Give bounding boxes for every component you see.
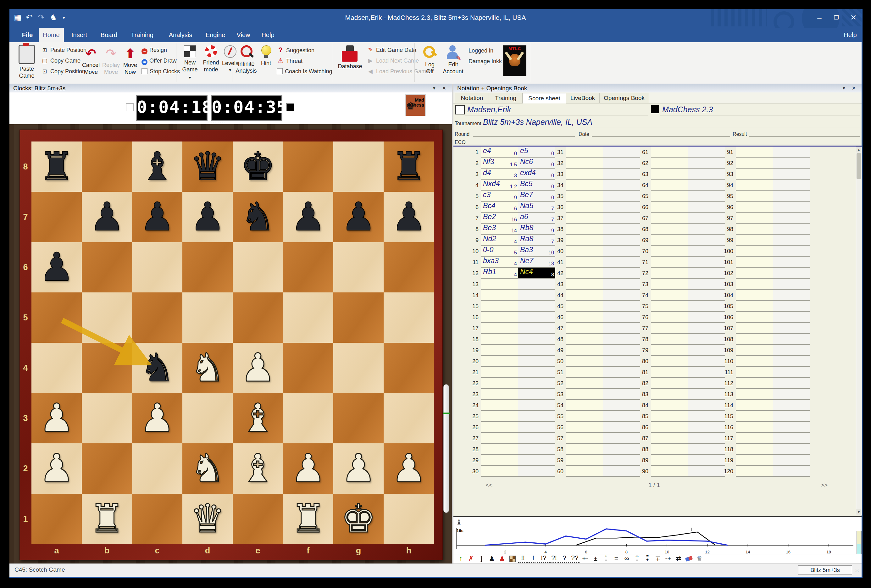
move-cell-29-white[interactable] xyxy=(481,455,518,466)
move-cell-115-white[interactable] xyxy=(736,411,773,422)
move-cell-17-white[interactable] xyxy=(481,323,518,334)
replay-move-button[interactable]: ↷ ReplayMove xyxy=(101,45,121,75)
move-cell-79-white[interactable] xyxy=(651,345,688,356)
move-cell-99-black[interactable] xyxy=(773,235,810,245)
nag-blunder[interactable]: ?? xyxy=(570,554,579,563)
minimize-button[interactable]: – xyxy=(812,11,827,24)
copy-position-button[interactable]: ⊡Copy Position xyxy=(41,67,85,76)
move-cell-89-white[interactable] xyxy=(651,455,688,466)
move-cell-52-white[interactable] xyxy=(566,378,603,389)
move-cell-71-white[interactable] xyxy=(651,257,688,268)
move-cell-81-white[interactable] xyxy=(651,367,688,378)
move-cell-49-white[interactable] xyxy=(566,345,603,356)
move-cell-83-white[interactable] xyxy=(651,389,688,399)
move-cell-93-black[interactable] xyxy=(773,169,810,180)
move-cell-109-white[interactable] xyxy=(736,345,773,356)
clocks-panel-collapse-icon[interactable]: ▼ xyxy=(432,84,436,93)
move-cell-25-white[interactable] xyxy=(481,411,518,422)
move-cell-101-black[interactable] xyxy=(773,257,810,268)
move-cell-92-white[interactable] xyxy=(736,157,773,169)
move-cell-86-white[interactable] xyxy=(651,422,688,433)
move-cell-114-white[interactable] xyxy=(736,399,773,411)
move-cell-6-white[interactable]: Bc46 xyxy=(481,202,518,212)
move-cell-114-black[interactable] xyxy=(773,399,810,411)
move-cell-120-black[interactable] xyxy=(773,466,810,477)
move-cell-39-white[interactable] xyxy=(566,235,603,245)
notation-panel-collapse-icon[interactable]: ▼ xyxy=(842,84,846,93)
nag-mistake[interactable]: ? xyxy=(560,554,569,563)
move-cell-2-white[interactable]: Nf31.5 xyxy=(481,157,518,169)
move-cell-7-white[interactable]: Be216 xyxy=(481,212,518,224)
move-cell-5-white[interactable]: c39 xyxy=(481,190,518,202)
move-cell-77-white[interactable] xyxy=(651,323,688,334)
friend-mode-button[interactable]: Friendmode xyxy=(201,45,221,73)
move-cell-40-white[interactable] xyxy=(566,245,603,257)
move-cell-30-white[interactable] xyxy=(481,466,518,477)
move-cell-107-black[interactable] xyxy=(773,323,810,334)
move-cell-65-white[interactable] xyxy=(651,190,688,202)
infinite-analysis-button[interactable]: InfiniteAnalysis xyxy=(235,45,257,74)
move-cell-36-white[interactable] xyxy=(566,202,603,212)
move-cell-103-black[interactable] xyxy=(773,278,810,290)
move-cell-73-white[interactable] xyxy=(651,278,688,290)
log-off-button[interactable]: LogOff xyxy=(420,45,440,75)
tab-insert[interactable]: Insert xyxy=(63,28,95,42)
move-cell-116-white[interactable] xyxy=(736,422,773,433)
notation-tab-training[interactable]: Training xyxy=(489,93,522,103)
move-cell-101-white[interactable] xyxy=(736,257,773,268)
delete-move-icon[interactable]: ✗ xyxy=(466,554,476,563)
move-cell-18-white[interactable] xyxy=(481,334,518,345)
move-cell-16-white[interactable] xyxy=(481,311,518,323)
move-cell-102-black[interactable] xyxy=(773,268,810,278)
bracket-icon[interactable]: ] xyxy=(477,554,486,563)
new-game-button[interactable]: NewGame ▼ xyxy=(180,45,200,81)
move-cell-61-white[interactable] xyxy=(651,147,688,157)
move-cell-48-white[interactable] xyxy=(566,334,603,345)
move-cell-10-white[interactable]: 0-05 xyxy=(481,245,518,257)
edit-account-button[interactable]: ✎ EditAccount xyxy=(441,45,465,75)
move-cell-75-white[interactable] xyxy=(651,301,688,311)
tab-help-right[interactable]: Help xyxy=(840,28,861,42)
move-cell-95-black[interactable] xyxy=(773,190,810,202)
move-cell-56-white[interactable] xyxy=(566,422,603,433)
nag-brilliant[interactable]: !! xyxy=(518,554,528,563)
nag-white-slightly[interactable]: += xyxy=(601,554,611,563)
move-cell-100-black[interactable] xyxy=(773,245,810,257)
move-cell-69-white[interactable] xyxy=(651,235,688,245)
stop-clocks-checkbox[interactable]: Stop Clocks xyxy=(142,67,180,76)
move-cell-72-white[interactable] xyxy=(651,268,688,278)
move-cell-22-white[interactable] xyxy=(481,378,518,389)
move-cell-94-white[interactable] xyxy=(736,180,773,190)
nag-equal[interactable]: = xyxy=(612,554,621,563)
move-cell-96-white[interactable] xyxy=(736,202,773,212)
cancel-move-button[interactable]: ↶ CancelMove xyxy=(81,45,100,75)
move-cell-115-black[interactable] xyxy=(773,411,810,422)
edit-game-data-button[interactable]: ✎Edit Game Data xyxy=(367,45,416,55)
hint-button[interactable]: Hint xyxy=(259,45,274,67)
move-cell-85-white[interactable] xyxy=(651,411,688,422)
move-cell-107-white[interactable] xyxy=(736,323,773,334)
move-now-button[interactable]: ⬆ MoveNow xyxy=(121,45,139,75)
nag-unclear[interactable]: ∞ xyxy=(622,554,632,563)
move-cell-103-white[interactable] xyxy=(736,278,773,290)
move-cell-51-white[interactable] xyxy=(566,367,603,378)
move-cell-4-white[interactable]: Nxd41.2 xyxy=(481,180,518,190)
notation-tab-score-sheet[interactable]: Score sheet xyxy=(522,93,566,103)
move-cell-104-black[interactable] xyxy=(773,290,810,301)
move-cell-113-white[interactable] xyxy=(736,389,773,399)
move-cell-27-white[interactable] xyxy=(481,433,518,444)
red-piece-icon[interactable]: ♟ xyxy=(497,554,507,563)
move-cell-100-white[interactable] xyxy=(736,245,773,257)
splitter-dots[interactable]: ·········· xyxy=(208,120,226,124)
move-cell-23-white[interactable] xyxy=(481,389,518,399)
move-cell-45-white[interactable] xyxy=(566,301,603,311)
scroll-down-icon[interactable]: ▼ xyxy=(856,509,861,515)
tab-home[interactable]: Home xyxy=(39,28,64,42)
move-cell-76-white[interactable] xyxy=(651,311,688,323)
white-player-name[interactable]: Madsen,Erik xyxy=(467,105,511,114)
move-cell-46-white[interactable] xyxy=(566,311,603,323)
nag-white-winning[interactable]: +- xyxy=(581,554,590,563)
move-cell-24-white[interactable] xyxy=(481,399,518,411)
resign-button[interactable]: −Resign xyxy=(142,45,167,55)
move-cell-58-white[interactable] xyxy=(566,444,603,455)
